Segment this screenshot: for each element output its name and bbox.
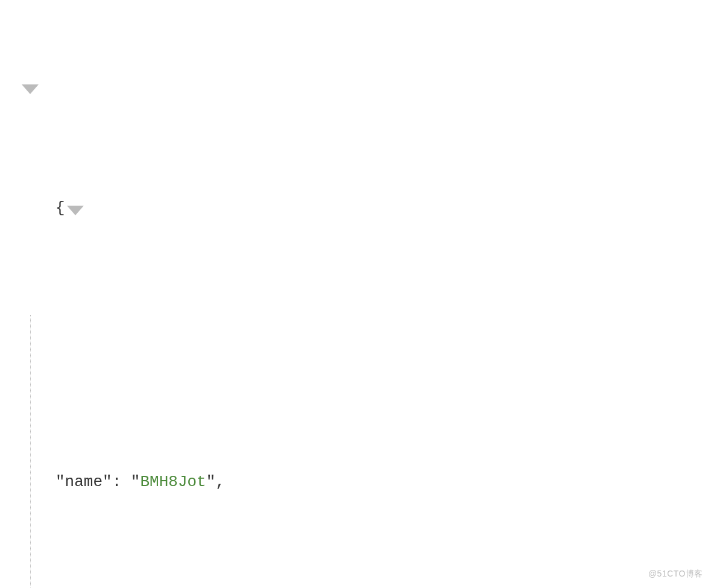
- watermark: @51CTO博客: [648, 566, 703, 582]
- json-content: { "name": "BMH8Jot", "cluster_name": "el…: [24, 71, 714, 588]
- json-viewer: { "name": "BMH8Jot", "cluster_name": "el…: [0, 0, 714, 588]
- brace-open-outer: {: [24, 193, 714, 223]
- indent-guide: [30, 315, 31, 589]
- json-row-name: "name": "BMH8Jot",: [55, 467, 714, 497]
